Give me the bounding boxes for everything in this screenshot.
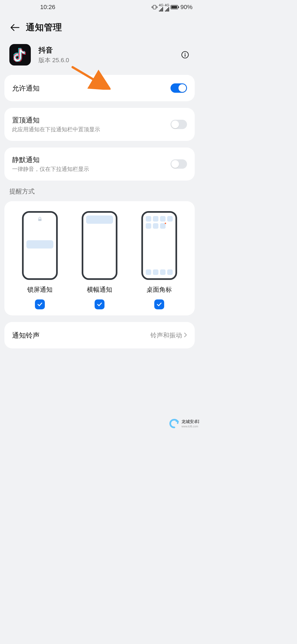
app-info-row: 抖音 版本 25.6.0 (0, 41, 199, 75)
silent-label: 静默通知 (12, 155, 170, 164)
allow-label: 允许通知 (12, 84, 170, 93)
svg-rect-6 (185, 54, 186, 57)
allow-notifications-card: 允许通知 (4, 75, 195, 101)
vibrate-icon (152, 5, 158, 10)
app-icon (9, 44, 31, 66)
mode-lock[interactable]: 锁屏通知 (11, 211, 68, 309)
svg-rect-7 (38, 219, 42, 221)
pinned-sub: 此应用通知在下拉通知栏中置顶显示 (12, 126, 170, 133)
mode-badge-checkbox[interactable] (154, 299, 164, 309)
reminder-section-label: 提醒方式 (9, 187, 199, 196)
svg-text:龙城安卓网: 龙城安卓网 (181, 419, 199, 424)
banner-preview-icon (82, 211, 117, 280)
allow-notifications-row[interactable]: 允许通知 (12, 75, 187, 101)
pinned-notifications-row[interactable]: 置顶通知 此应用通知在下拉通知栏中置顶显示 (12, 108, 187, 141)
status-right: 4G 4G 90% (152, 3, 193, 12)
silent-sub: 一律静音，仅在下拉通知栏显示 (12, 165, 170, 173)
info-button[interactable] (180, 50, 190, 59)
watermark: 龙城安卓网 www.lcl6.com (166, 414, 199, 430)
signal-2-icon: 4G (165, 3, 169, 12)
app-name: 抖音 (38, 45, 69, 55)
app-version: 版本 25.6.0 (38, 56, 69, 64)
chevron-right-icon (184, 332, 187, 339)
sound-label: 通知铃声 (12, 331, 40, 340)
mode-badge[interactable]: 桌面角标 (131, 211, 188, 309)
battery-text: 90% (180, 4, 193, 11)
badge-preview-icon (141, 211, 177, 280)
mode-banner[interactable]: 横幅通知 (71, 211, 128, 309)
svg-point-5 (185, 53, 185, 54)
silent-notifications-row[interactable]: 静默通知 一律静音，仅在下拉通知栏显示 (12, 148, 187, 181)
back-button[interactable] (9, 22, 20, 33)
signal-1-icon: 4G (159, 3, 163, 12)
lock-preview-icon (22, 211, 58, 280)
mode-banner-label: 横幅通知 (87, 285, 112, 294)
svg-rect-0 (153, 5, 156, 9)
allow-toggle[interactable] (170, 83, 187, 93)
silent-notifications-card: 静默通知 一律静音，仅在下拉通知栏显示 (4, 148, 195, 181)
svg-rect-3 (178, 6, 179, 8)
page-header: 通知管理 (0, 14, 199, 41)
status-bar: 10:26 4G 4G 90% (0, 0, 199, 14)
pinned-notifications-card: 置顶通知 此应用通知在下拉通知栏中置顶显示 (4, 108, 195, 141)
silent-toggle[interactable] (170, 159, 187, 169)
sound-value: 铃声和振动 (150, 331, 182, 340)
mode-lock-checkbox[interactable] (35, 299, 45, 309)
pinned-toggle[interactable] (170, 120, 187, 129)
mode-badge-label: 桌面角标 (147, 285, 172, 294)
mode-banner-checkbox[interactable] (95, 299, 105, 309)
reminder-modes-card: 锁屏通知 横幅通知 桌面角标 (4, 201, 195, 315)
notification-sound-row[interactable]: 通知铃声 铃声和振动 (4, 322, 195, 348)
page-title: 通知管理 (26, 21, 62, 34)
pinned-label: 置顶通知 (12, 116, 170, 125)
status-time: 10:26 (40, 4, 55, 11)
mode-lock-label: 锁屏通知 (27, 285, 53, 294)
svg-text:www.lcl6.com: www.lcl6.com (181, 425, 198, 428)
app-text: 抖音 版本 25.6.0 (38, 45, 69, 64)
svg-rect-2 (171, 6, 177, 9)
battery-icon (170, 5, 179, 9)
